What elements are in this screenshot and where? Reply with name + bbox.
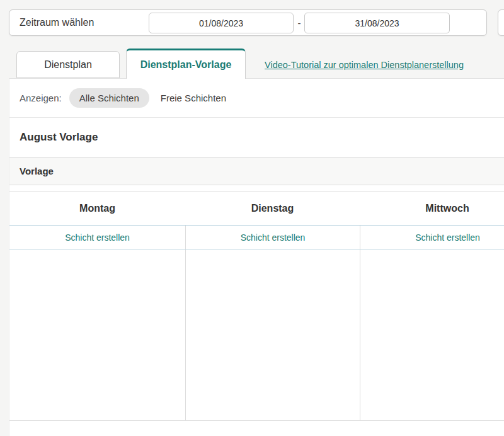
create-shift-link-montag[interactable]: Schicht erstellen xyxy=(65,232,130,243)
tab-dienstplan-vorlage-label: Dienstplan-Vorlage xyxy=(140,59,232,71)
end-date-input[interactable] xyxy=(304,13,450,33)
shift-list-cell-mittwoch[interactable] xyxy=(360,250,504,420)
create-shift-row: Schicht erstellen Schicht erstellen Schi… xyxy=(9,225,504,250)
create-shift-cell-mittwoch: Schicht erstellen xyxy=(360,226,504,249)
period-picker-bar: Zeitraum wählen - xyxy=(9,9,487,36)
tab-dienstplan-label: Dienstplan xyxy=(44,59,92,71)
period-picker-label: Zeitraum wählen xyxy=(20,17,94,28)
tab-dienstplan[interactable]: Dienstplan xyxy=(16,51,120,78)
create-shift-cell-dienstag: Schicht erstellen xyxy=(185,226,360,249)
shift-list-cell-dienstag[interactable] xyxy=(185,250,360,420)
filter-label: Anzeigen: xyxy=(20,93,62,103)
create-shift-cell-montag: Schicht erstellen xyxy=(9,226,185,249)
filter-option-alle-schichten[interactable]: Alle Schichten xyxy=(69,88,149,108)
start-date-input[interactable] xyxy=(149,13,294,33)
shift-filter-row: Anzeigen: Alle Schichten Freie Schichten xyxy=(9,79,504,118)
template-heading-row: August Vorlage xyxy=(9,118,504,157)
table-gap xyxy=(9,185,504,191)
vorlage-section-header: Vorlage xyxy=(9,157,504,185)
vorlage-section-label: Vorlage xyxy=(20,166,54,176)
create-shift-link-dienstag[interactable]: Schicht erstellen xyxy=(241,232,306,243)
right-edge-cutoff-element[interactable] xyxy=(498,9,504,36)
day-header-row: Montag Dienstag Mittwoch xyxy=(9,192,504,225)
day-header-montag: Montag xyxy=(9,192,185,225)
tab-dienstplan-vorlage[interactable]: Dienstplan-Vorlage xyxy=(126,49,246,79)
weekday-template-table: Montag Dienstag Mittwoch Schicht erstell… xyxy=(9,191,504,421)
content-panel: Anzeigen: Alle Schichten Freie Schichten… xyxy=(9,78,504,436)
day-header-dienstag: Dienstag xyxy=(185,192,360,225)
video-tutorial-link[interactable]: Video-Tutorial zur optimalen Dienstplane… xyxy=(265,60,464,70)
shift-list-cell-montag[interactable] xyxy=(9,250,185,420)
shift-list-row xyxy=(9,250,504,421)
dienstplan-page: { "accent_color": "#187b74", "period_pic… xyxy=(0,0,504,436)
template-title: August Vorlage xyxy=(20,131,98,144)
filter-option-freie-schichten[interactable]: Freie Schichten xyxy=(151,88,236,108)
create-shift-link-mittwoch[interactable]: Schicht erstellen xyxy=(415,232,480,243)
date-range-separator: - xyxy=(294,18,304,28)
day-header-mittwoch: Mittwoch xyxy=(360,192,504,225)
